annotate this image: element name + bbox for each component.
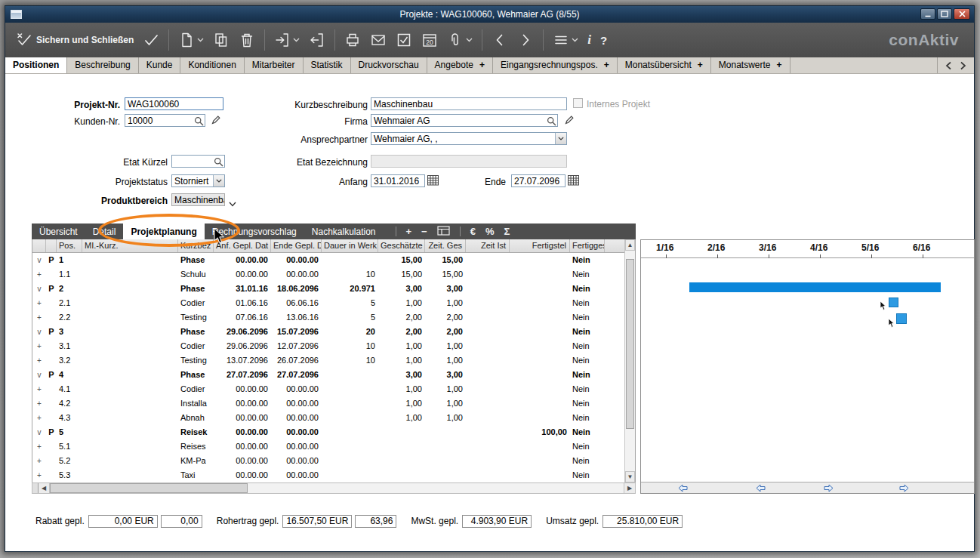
gantt-handle[interactable]: [896, 313, 907, 324]
table-view-icon[interactable]: [437, 226, 450, 238]
save-button[interactable]: [138, 26, 164, 54]
gantt-bar[interactable]: [689, 282, 941, 292]
tab-kunde[interactable]: Kunde: [139, 57, 181, 73]
import-button[interactable]: [304, 26, 330, 54]
subtab-nachkalkulation[interactable]: Nachkalkulation: [304, 224, 384, 239]
tab-monatsübersicht[interactable]: Monatsübersicht+: [618, 57, 711, 73]
tab-beschreibung[interactable]: Beschreibung: [67, 57, 138, 73]
expand-icon[interactable]: +: [32, 296, 46, 310]
column-header[interactable]: MI.-Kurz.: [82, 239, 178, 252]
maximize-button[interactable]: [937, 8, 952, 20]
subtab-detail[interactable]: Detail: [85, 224, 124, 239]
pane-splitter[interactable]: [32, 483, 39, 493]
tab-monatswerte[interactable]: Monatswerte+: [711, 57, 790, 73]
tab-druckvorschau[interactable]: Druckvorschau: [351, 57, 427, 73]
scroll-down-button[interactable]: ▼: [625, 471, 635, 482]
column-header[interactable]: Fertigges: [570, 239, 605, 252]
horizontal-scroll-track[interactable]: [248, 483, 624, 493]
subtab-rechnungsvorschlag[interactable]: Rechnungsvorschlag: [205, 224, 304, 239]
calendar-icon[interactable]: [568, 174, 579, 189]
column-header[interactable]: Dauer in Werk: [322, 239, 378, 252]
column-header[interactable]: Fertigstel: [510, 239, 570, 252]
expand-icon[interactable]: +: [32, 396, 46, 411]
column-header[interactable]: [46, 239, 57, 252]
expand-icon[interactable]: +: [32, 454, 46, 468]
column-header[interactable]: Geschätzte Re: [378, 239, 425, 252]
chevron-down-icon[interactable]: [555, 133, 566, 144]
expand-icon[interactable]: +: [32, 310, 46, 325]
horizontal-scrollbar[interactable]: ◀ ▶: [32, 482, 636, 494]
close-button[interactable]: [954, 8, 970, 20]
chevron-down-icon[interactable]: [213, 175, 224, 187]
table-row-4.3[interactable]: +4.3Abnah00.00.0000.00.001,001,00Nein: [32, 411, 626, 425]
column-header[interactable]: Kurzbez: [178, 239, 214, 252]
gantt-scroll-left-icon[interactable]: [678, 484, 688, 492]
table-row-3.1[interactable]: +3.1Codier29.06.209612.07.2096101,001,00…: [32, 339, 626, 353]
euro-button[interactable]: €: [470, 226, 476, 237]
gantt-handle[interactable]: [889, 297, 898, 307]
table-row-1[interactable]: vP1Phase00.00.0000.00.0015,0015,00Nein: [32, 253, 626, 267]
percent-button[interactable]: %: [485, 226, 495, 237]
next-record-button[interactable]: [513, 26, 538, 54]
expand-icon[interactable]: +: [32, 353, 46, 368]
expand-icon[interactable]: +: [32, 382, 46, 396]
remove-row-button[interactable]: −: [421, 226, 427, 237]
table-row-4[interactable]: vP4Phase27.07.209627.07.20963,003,00Nein: [32, 368, 626, 382]
subtab-übersicht[interactable]: Übersicht: [32, 224, 85, 239]
table-row-5.1[interactable]: +5.1Reises00.00.0000.00.00Nein: [32, 439, 626, 454]
chevron-down-icon[interactable]: [229, 196, 236, 210]
tab-statistik[interactable]: Statistik: [304, 57, 351, 73]
gantt-scroll-right-icon[interactable]: [824, 484, 834, 492]
menu-button[interactable]: [548, 26, 583, 54]
expand-icon[interactable]: +: [32, 411, 46, 425]
info-button[interactable]: i: [583, 26, 596, 54]
chevron-down-icon[interactable]: [197, 38, 204, 42]
produktbereich-select[interactable]: Maschinenbau: [171, 193, 225, 206]
tab-konditionen[interactable]: Konditionen: [180, 57, 244, 73]
gantt-scroll-right-icon[interactable]: [899, 484, 909, 492]
print-button[interactable]: [340, 26, 365, 54]
delete-button[interactable]: [234, 26, 260, 54]
tab-plus-icon[interactable]: +: [698, 57, 703, 73]
subtab-projektplanung[interactable]: Projektplanung: [123, 224, 204, 239]
calendar-icon[interactable]: [427, 174, 439, 189]
horizontal-scroll-thumb[interactable]: [50, 483, 248, 493]
table-row-3[interactable]: vP3Phase29.06.209615.07.2096202,002,00Ne…: [32, 325, 626, 339]
column-header[interactable]: [32, 239, 46, 252]
scroll-left-button[interactable]: ◀: [39, 483, 50, 493]
collapse-icon[interactable]: v: [32, 282, 46, 296]
internes-projekt-checkbox[interactable]: [573, 98, 583, 108]
help-button[interactable]: ?: [596, 26, 612, 54]
column-header[interactable]: Zeit Ist: [466, 239, 510, 252]
ansprechpartner-select[interactable]: Wehmaier AG, ,: [371, 132, 567, 145]
search-icon[interactable]: [194, 116, 204, 125]
tab-positionen[interactable]: Positionen: [5, 57, 67, 73]
table-row-4.1[interactable]: +4.1Codier00.00.0000.00.001,001,00Nein: [32, 382, 626, 396]
expand-icon[interactable]: +: [32, 267, 46, 282]
expand-icon[interactable]: +: [32, 439, 46, 454]
table-row-4.2[interactable]: +4.2Installa00.00.0000.00.001,001,00Nein: [32, 396, 626, 411]
add-row-button[interactable]: +: [406, 226, 412, 237]
chevron-down-icon[interactable]: [466, 38, 473, 42]
search-icon[interactable]: [547, 116, 556, 125]
firma-input[interactable]: [371, 114, 558, 127]
tab-plus-icon[interactable]: +: [604, 57, 609, 73]
deadline-button[interactable]: 20: [417, 26, 442, 54]
column-header[interactable]: Zeit. Ges: [425, 239, 466, 252]
ende-input[interactable]: [511, 174, 566, 187]
tab-scroll-right-icon[interactable]: [960, 61, 966, 70]
attachments-button[interactable]: [442, 26, 477, 54]
save-and-close-button[interactable]: Sichern und Schließen: [11, 26, 138, 54]
collapse-icon[interactable]: v: [32, 253, 46, 267]
tab-plus-icon[interactable]: +: [479, 57, 485, 73]
tab-eingangsrechnungspos[interactable]: Eingangsrechnungspos.+: [493, 57, 618, 73]
table-row-1.1[interactable]: +1.1Schulu00.00.0000.00.001015,0015,00Ne…: [32, 267, 626, 282]
titlebar[interactable]: Projekte : WAG100060, Wehmaier AG (8/55): [5, 6, 974, 23]
collapse-icon[interactable]: v: [32, 425, 46, 439]
tasks-button[interactable]: [391, 26, 417, 54]
new-record-button[interactable]: [174, 26, 208, 54]
column-header[interactable]: Pos.: [57, 239, 82, 252]
kurzbeschreibung-input[interactable]: [371, 97, 567, 110]
expand-icon[interactable]: +: [32, 339, 46, 353]
table-row-5.2[interactable]: +5.2KM-Pa00.00.0000.00.00Nein: [32, 454, 626, 468]
